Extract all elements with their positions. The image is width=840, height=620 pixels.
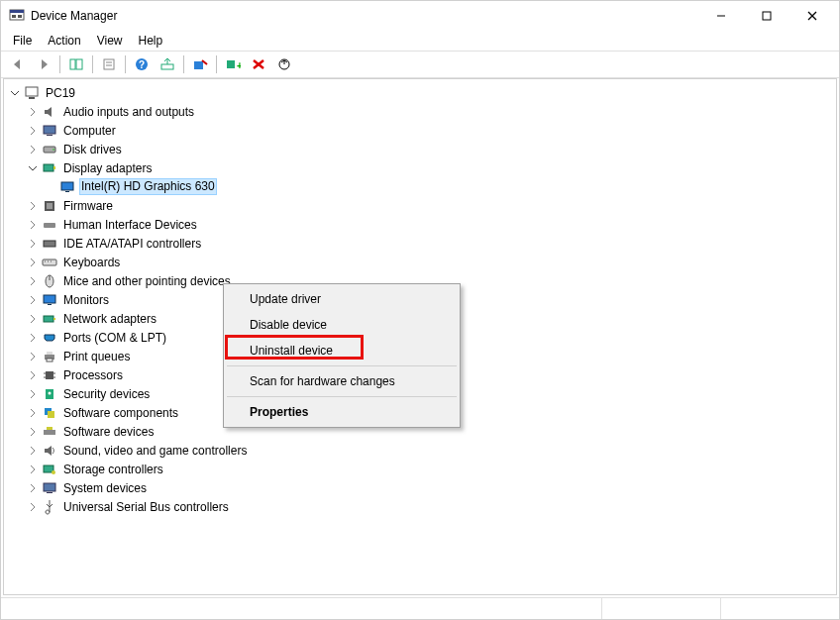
tree-node-usb[interactable]: Universal Serial Bus controllers xyxy=(8,497,832,516)
computer-icon xyxy=(24,85,40,101)
device-manager-window: Device Manager File Action View Help ? + xyxy=(0,0,840,620)
forward-button[interactable] xyxy=(31,53,56,75)
ctx-separator xyxy=(227,365,457,366)
chevron-right-icon[interactable] xyxy=(26,331,40,345)
chevron-right-icon[interactable] xyxy=(26,256,40,269)
ctx-uninstall-device[interactable]: Uninstall device xyxy=(226,338,458,363)
svg-rect-35 xyxy=(44,241,55,247)
tree-node-storage[interactable]: Storage controllers xyxy=(8,460,832,478)
status-pane xyxy=(720,598,839,619)
svg-rect-59 xyxy=(47,427,52,430)
svg-rect-8 xyxy=(70,59,75,69)
toolbar-separator xyxy=(216,55,217,73)
svg-rect-5 xyxy=(763,12,771,20)
chevron-right-icon[interactable] xyxy=(26,199,40,213)
disable-button[interactable] xyxy=(187,53,213,75)
svg-rect-15 xyxy=(161,64,173,69)
tree-node-hid[interactable]: Human Interface Devices xyxy=(8,215,832,234)
storage-controller-icon xyxy=(42,462,57,477)
ctx-disable-device[interactable]: Disable device xyxy=(226,312,458,338)
svg-rect-17 xyxy=(227,60,235,68)
tree-node-sound[interactable]: Sound, video and game controllers xyxy=(8,441,832,460)
chevron-right-icon[interactable] xyxy=(26,350,40,363)
app-icon xyxy=(9,8,25,24)
svg-rect-57 xyxy=(48,411,54,418)
toolbar-separator xyxy=(92,55,93,73)
chevron-right-icon[interactable] xyxy=(26,368,40,382)
svg-rect-58 xyxy=(44,430,55,435)
svg-rect-48 xyxy=(47,359,52,362)
back-button[interactable] xyxy=(5,53,31,75)
help-button[interactable]: ? xyxy=(129,53,155,75)
chevron-right-icon[interactable] xyxy=(26,444,40,458)
tree-root-label: PC19 xyxy=(44,86,77,100)
chevron-right-icon[interactable] xyxy=(26,500,40,514)
tree-node-display[interactable]: Display adapters xyxy=(8,158,832,177)
properties-button[interactable] xyxy=(96,53,122,75)
maximize-button[interactable] xyxy=(744,1,789,31)
show-hide-console-button[interactable] xyxy=(63,53,89,75)
chevron-right-icon[interactable] xyxy=(26,293,40,307)
tree-node-disk[interactable]: Disk drives xyxy=(8,140,832,158)
update-driver-button[interactable] xyxy=(155,53,180,75)
chevron-right-icon[interactable] xyxy=(26,481,40,495)
software-component-icon xyxy=(42,405,57,421)
audio-icon xyxy=(42,104,57,120)
menu-help[interactable]: Help xyxy=(131,33,171,49)
tree-node-keyboards[interactable]: Keyboards xyxy=(8,253,832,271)
monitor-icon xyxy=(59,179,75,195)
ctx-scan-hardware[interactable]: Scan for hardware changes xyxy=(226,368,458,394)
mouse-icon xyxy=(42,273,57,289)
status-pane xyxy=(601,598,720,619)
svg-rect-44 xyxy=(44,316,53,322)
svg-rect-24 xyxy=(44,126,55,134)
chevron-right-icon[interactable] xyxy=(26,274,40,288)
svg-rect-9 xyxy=(76,59,82,69)
scan-hardware-button[interactable] xyxy=(271,53,297,75)
sound-icon xyxy=(42,443,57,459)
svg-rect-33 xyxy=(47,203,52,209)
tree-node-display-child[interactable]: Intel(R) HD Graphics 630 xyxy=(8,177,832,196)
menu-action[interactable]: Action xyxy=(40,33,88,49)
svg-rect-49 xyxy=(46,371,53,379)
chevron-right-icon[interactable] xyxy=(26,387,40,401)
toolbar-separator xyxy=(183,55,184,73)
chevron-right-icon[interactable] xyxy=(26,406,40,420)
chevron-right-icon[interactable] xyxy=(26,143,40,156)
close-button[interactable] xyxy=(789,1,835,31)
chevron-right-icon[interactable] xyxy=(26,105,40,119)
chevron-right-icon[interactable] xyxy=(26,218,40,232)
tree-node-system[interactable]: System devices xyxy=(8,478,832,497)
cpu-icon xyxy=(42,367,57,383)
chevron-right-icon[interactable] xyxy=(26,124,40,138)
svg-rect-10 xyxy=(104,59,114,69)
minimize-button[interactable] xyxy=(698,1,744,31)
software-device-icon xyxy=(42,424,57,440)
ctx-update-driver[interactable]: Update driver xyxy=(226,286,458,312)
chevron-right-icon[interactable] xyxy=(26,463,40,476)
chevron-down-icon[interactable] xyxy=(8,86,22,100)
tree-node-ide[interactable]: IDE ATA/ATAPI controllers xyxy=(8,234,832,253)
menu-view[interactable]: View xyxy=(89,33,131,49)
install-legacy-button[interactable]: + xyxy=(220,53,246,75)
tree-root[interactable]: PC19 xyxy=(8,83,832,102)
chevron-right-icon[interactable] xyxy=(26,425,40,439)
svg-rect-43 xyxy=(48,304,52,305)
svg-rect-25 xyxy=(47,135,52,136)
context-menu: Update driver Disable device Uninstall d… xyxy=(223,283,461,428)
chevron-down-icon[interactable] xyxy=(26,161,40,175)
chevron-right-icon[interactable] xyxy=(26,237,40,251)
svg-rect-3 xyxy=(18,15,22,18)
ctx-properties[interactable]: Properties xyxy=(226,399,458,425)
menu-file[interactable]: File xyxy=(5,33,40,49)
svg-rect-28 xyxy=(44,164,53,171)
svg-point-61 xyxy=(52,470,55,474)
chevron-right-icon[interactable] xyxy=(26,312,40,326)
svg-point-55 xyxy=(49,391,52,394)
svg-rect-34 xyxy=(44,223,55,228)
tree-node-computer[interactable]: Computer xyxy=(8,121,832,140)
tree-node-audio[interactable]: Audio inputs and outputs xyxy=(8,102,832,121)
uninstall-button[interactable] xyxy=(246,53,271,75)
tree-node-firmware[interactable]: Firmware xyxy=(8,196,832,215)
firmware-icon xyxy=(42,198,57,214)
